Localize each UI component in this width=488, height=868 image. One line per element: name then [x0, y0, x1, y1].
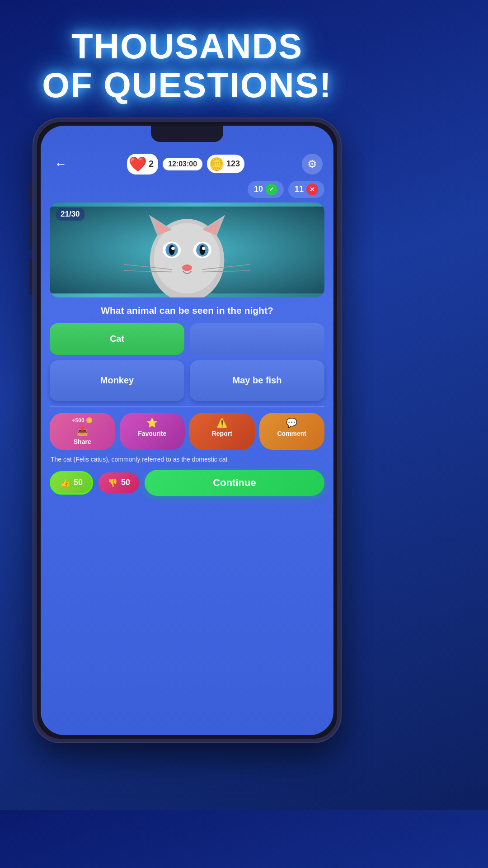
coins-badge: 🪙 123	[207, 155, 244, 173]
share-icon: 📤	[77, 425, 88, 436]
settings-button[interactable]: ⚙	[302, 154, 323, 175]
back-button[interactable]: ←	[52, 154, 70, 174]
answer-monkey-button[interactable]: Monkey	[50, 360, 184, 401]
hearts-count: 2	[149, 159, 154, 169]
divider-1	[50, 406, 324, 407]
star-icon: ⭐	[146, 417, 158, 428]
coins-count: 123	[226, 159, 240, 169]
share-reward: +500 🪙	[72, 417, 93, 424]
svg-point-12	[199, 245, 205, 255]
wrong-count: 11	[295, 184, 304, 194]
thumbs-down-button[interactable]: 👎 50	[99, 472, 139, 493]
comment-label: Comment	[277, 430, 306, 437]
question-image	[50, 203, 324, 297]
bottom-row: 👍 50 👎 50 Continue	[50, 470, 324, 496]
coin-icon: 🪙	[209, 156, 225, 171]
answer-maybefish-button[interactable]: May be fish	[190, 360, 324, 401]
gear-icon: ⚙	[307, 158, 317, 170]
wrong-score-badge: 11 ✕	[288, 181, 324, 198]
heart-icon: ❤️	[129, 156, 147, 173]
phone-button-vol-up	[29, 213, 33, 250]
comment-button[interactable]: 💬 Comment	[259, 413, 325, 450]
question-number: 21/30	[56, 208, 84, 221]
favourite-label: Favourite	[138, 430, 166, 437]
warning-icon: ⚠️	[216, 417, 228, 428]
svg-point-11	[169, 245, 175, 255]
answer-grid: Monkey May be fish	[50, 360, 324, 401]
question-text: What animal can be seen in the night?	[50, 304, 324, 317]
phone-mockup: ← ❤️ 2 12:03:00 🪙 123 ⚙	[33, 118, 341, 742]
thumbs-up-count: 50	[74, 478, 83, 487]
fact-text: The cat (Felis catus), commonly referred…	[50, 455, 324, 464]
score-row: 10 ✓ 11 ✕	[50, 181, 324, 198]
phone-screen: ← ❤️ 2 12:03:00 🪙 123 ⚙	[41, 126, 333, 735]
correct-count: 10	[254, 184, 263, 194]
phone-button-vol-down	[29, 259, 33, 295]
question-image-container: 21/30	[50, 203, 324, 297]
timer-display: 12:03:00	[163, 158, 202, 170]
report-label: Report	[212, 430, 232, 437]
phone-frame: ← ❤️ 2 12:03:00 🪙 123 ⚙	[33, 118, 341, 742]
phone-notch	[151, 126, 223, 142]
hearts-badge: ❤️ 2	[127, 154, 158, 175]
answer-top-row: Cat	[50, 323, 324, 355]
svg-point-2	[154, 223, 221, 293]
action-row: +500 🪙 📤 Share ⭐ Favourite ⚠️ Report 💬	[50, 413, 324, 450]
phone-button-silent	[29, 182, 33, 204]
thumbs-up-icon: 👍	[60, 478, 70, 488]
share-button[interactable]: +500 🪙 📤 Share	[50, 413, 115, 450]
comment-icon: 💬	[286, 417, 297, 428]
favourite-button[interactable]: ⭐ Favourite	[120, 413, 185, 450]
thumbs-down-icon: 👎	[108, 478, 117, 488]
thumbs-down-count: 50	[121, 478, 130, 487]
screen-content: ← ❤️ 2 12:03:00 🪙 123 ⚙	[41, 148, 333, 735]
report-button[interactable]: ⚠️ Report	[189, 413, 255, 450]
answer-cat-button[interactable]: Cat	[50, 323, 184, 355]
continue-button[interactable]: Continue	[145, 470, 324, 496]
answer-blank-button[interactable]	[190, 323, 324, 355]
share-label: Share	[74, 438, 91, 445]
svg-point-13	[171, 246, 174, 250]
header-center: ❤️ 2 12:03:00 🪙 123	[127, 154, 244, 175]
cross-icon: ✕	[306, 184, 318, 195]
thumbs-up-button[interactable]: 👍 50	[50, 471, 93, 495]
svg-point-15	[182, 264, 192, 271]
header: ← ❤️ 2 12:03:00 🪙 123 ⚙	[50, 154, 324, 175]
correct-score-badge: 10 ✓	[248, 181, 284, 198]
svg-point-14	[202, 246, 205, 250]
checkmark-icon: ✓	[266, 184, 277, 195]
cat-illustration	[50, 203, 324, 297]
page-title: THOUSANDS OF QUESTIONS!	[42, 27, 332, 105]
